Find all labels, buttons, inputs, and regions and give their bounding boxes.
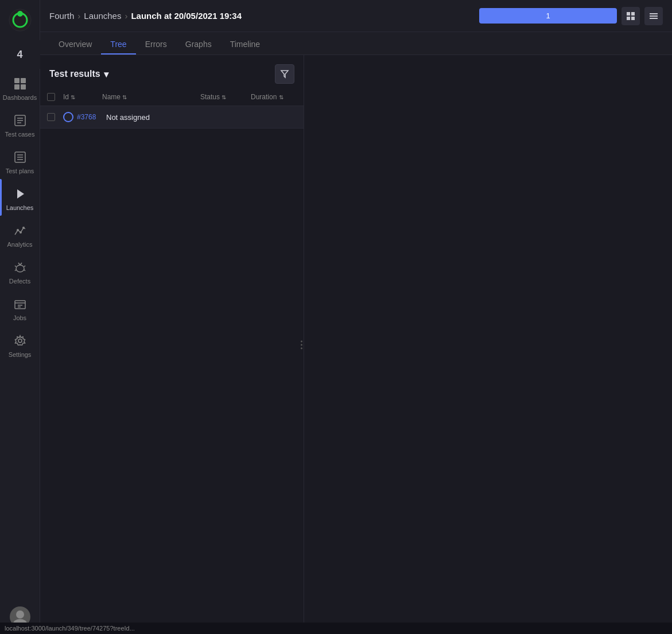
status-circle <box>63 112 73 122</box>
svg-point-31 <box>16 610 24 619</box>
tab-errors[interactable]: Errors <box>136 35 176 55</box>
row-checkbox[interactable] <box>47 113 55 121</box>
tab-overview[interactable]: Overview <box>49 35 101 55</box>
sidebar-item-label-defects: Defects <box>9 278 30 285</box>
sidebar-item-label-settings: Settings <box>9 351 32 358</box>
svg-line-22 <box>15 266 16 267</box>
grid-view-button[interactable] <box>621 7 640 25</box>
row-name: Not assigned <box>106 113 150 122</box>
svg-rect-39 <box>650 18 658 19</box>
table-header: Id ⇅ Name ⇅ Status ⇅ Duration ⇅ <box>40 88 304 106</box>
sidebar-item-label-test-cases: Test cases <box>5 131 35 138</box>
svg-point-17 <box>20 231 22 234</box>
filter-button[interactable] <box>275 64 294 84</box>
tab-timeline[interactable]: Timeline <box>221 35 269 55</box>
settings-icon <box>12 333 28 349</box>
svg-rect-34 <box>631 12 635 15</box>
launches-icon <box>12 186 28 202</box>
svg-rect-35 <box>627 17 630 20</box>
main-area: Fourth › Launches › Launch at 20/05/2021… <box>40 0 672 634</box>
sort-icon-name: ⇅ <box>122 94 127 100</box>
breadcrumb-project[interactable]: Fourth <box>49 11 74 21</box>
panel-header: Test results ▾ <box>40 55 304 88</box>
left-panel: Test results ▾ Id ⇅ <box>40 55 304 634</box>
svg-rect-5 <box>14 84 20 90</box>
logo-wrap <box>0 0 40 40</box>
sidebar-item-settings[interactable]: Settings <box>0 326 40 363</box>
sidebar-item-label-jobs: Jobs <box>13 314 26 321</box>
tabs-bar: Overview Tree Errors Graphs Timeline <box>40 32 672 55</box>
test-cases-icon <box>12 112 28 129</box>
sidebar-item-test-plans[interactable]: Test plans <box>0 142 40 179</box>
sidebar-item-launches[interactable]: Launches <box>0 179 40 216</box>
chevron-down-icon: ▾ <box>104 69 108 80</box>
test-plans-icon <box>12 149 28 165</box>
sidebar-item-dashboards[interactable]: Dashboards <box>0 69 40 106</box>
svg-rect-33 <box>627 12 630 15</box>
column-header-id[interactable]: Id ⇅ <box>63 93 98 101</box>
svg-point-16 <box>17 229 19 231</box>
svg-point-19 <box>16 265 24 272</box>
jobs-icon <box>12 296 28 312</box>
row-id: #3768 <box>77 113 103 121</box>
content-area: Test results ▾ Id ⇅ <box>40 55 672 634</box>
panel-title-text: Test results <box>49 69 100 79</box>
svg-rect-26 <box>15 301 25 309</box>
svg-rect-3 <box>14 78 20 83</box>
menu-button[interactable] <box>644 7 663 25</box>
svg-marker-15 <box>17 189 24 199</box>
sidebar-item-label-analytics: Analytics <box>7 241 32 248</box>
analytics-icon <box>12 223 28 239</box>
right-panel <box>304 55 672 634</box>
sidebar-item-analytics[interactable]: Analytics <box>0 216 40 252</box>
status-bar: localhost:3000/launch/349/tree/74275?tre… <box>0 623 672 634</box>
svg-line-25 <box>24 270 25 271</box>
svg-line-24 <box>15 270 16 271</box>
sidebar-item-test-cases[interactable]: Test cases <box>0 106 40 142</box>
svg-line-23 <box>24 266 25 267</box>
defects-icon <box>12 259 28 275</box>
svg-rect-36 <box>631 17 635 20</box>
sidebar-item-label-launches: Launches <box>6 204 34 211</box>
header-checkbox-col <box>47 93 59 101</box>
sidebar: 4 Dashboards Test cases <box>0 0 40 634</box>
tab-graphs[interactable]: Graphs <box>176 35 221 55</box>
sort-icon-duration: ⇅ <box>279 94 283 100</box>
header: Fourth › Launches › Launch at 20/05/2021… <box>40 0 672 32</box>
row-checkbox-col <box>47 113 59 121</box>
search-input[interactable] <box>479 8 617 24</box>
svg-point-2 <box>17 11 23 17</box>
breadcrumb-sep-1: › <box>77 11 80 21</box>
column-header-status[interactable]: Status ⇅ <box>200 93 246 101</box>
breadcrumb-section[interactable]: Launches <box>84 11 121 21</box>
breadcrumb-page: Launch at 20/05/2021 19:34 <box>131 11 242 21</box>
svg-rect-37 <box>650 13 658 14</box>
sidebar-item-defects[interactable]: Defects <box>0 252 40 289</box>
tab-tree[interactable]: Tree <box>101 35 135 55</box>
sidebar-item-label-test-plans: Test plans <box>6 168 34 174</box>
app-logo <box>9 9 32 32</box>
svg-rect-6 <box>21 84 26 90</box>
sidebar-badge: 4 <box>0 40 40 69</box>
sort-icon-status: ⇅ <box>222 94 226 100</box>
table-row[interactable]: #3768 Not assigned <box>40 106 304 129</box>
column-header-duration[interactable]: Duration ⇅ <box>251 93 297 101</box>
panel-title[interactable]: Test results ▾ <box>49 69 108 80</box>
header-right <box>479 7 663 25</box>
sort-icon-id: ⇅ <box>71 94 75 100</box>
sidebar-item-jobs[interactable]: Jobs <box>0 289 40 326</box>
svg-point-30 <box>18 339 22 343</box>
sidebar-item-label-dashboards: Dashboards <box>3 94 37 101</box>
svg-point-18 <box>22 227 25 229</box>
svg-rect-38 <box>650 15 658 17</box>
breadcrumb: Fourth › Launches › Launch at 20/05/2021… <box>49 11 242 21</box>
select-all-checkbox[interactable] <box>47 93 55 101</box>
column-header-name[interactable]: Name ⇅ <box>102 93 196 101</box>
panel-resize-handle[interactable] <box>300 338 304 351</box>
breadcrumb-sep-2: › <box>125 11 127 21</box>
svg-rect-4 <box>21 78 26 83</box>
status-url: localhost:3000/launch/349/tree/74275?tre… <box>5 625 135 632</box>
dashboards-icon <box>12 76 28 92</box>
svg-marker-40 <box>281 71 288 77</box>
